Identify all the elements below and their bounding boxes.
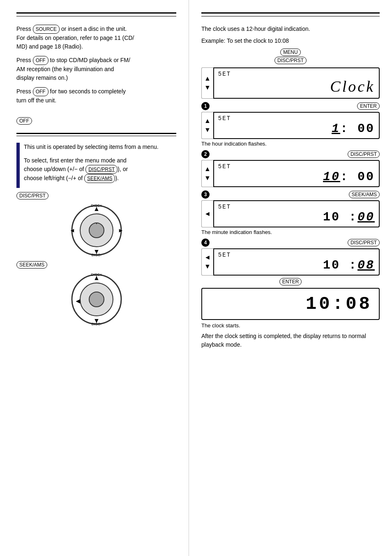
after-text: After the clock setting is completed, th… <box>201 332 380 349</box>
right-top-line-thin <box>201 16 380 16</box>
step2-row: 2 DISC/PRST <box>201 150 380 158</box>
step2-arrow-up: ▲ <box>204 165 211 173</box>
step4-circle: 4 <box>201 239 210 247</box>
step2-disc-prst-key: DISC/PRST <box>348 151 380 158</box>
clock-starts-note: The clock starts. <box>201 322 380 329</box>
source-key: SOURCE <box>33 25 60 34</box>
step3-circle: 3 <box>201 190 210 199</box>
arrow-down-icon: ▼ <box>204 84 211 91</box>
step3-set-label: 5ET <box>218 204 375 210</box>
step4-lcd-arrows: ◄ ▼ <box>201 248 213 276</box>
step4-arrow-left: ◄ <box>204 254 211 261</box>
disc-prst-label: DISC/PRST <box>16 192 48 199</box>
left-column: Press SOURCE or insert a disc in the uni… <box>0 0 189 556</box>
section-divider-thin <box>16 136 176 136</box>
step1-enter-key: ENTER <box>357 102 380 110</box>
seek-ams-knob-diagram: DISC+ DISC- ◄ ▲ ▼ <box>16 273 176 326</box>
right-column: The clock uses a 12-hour digital indicat… <box>189 0 392 556</box>
seek-ams-key-inline: SEEK/AMS <box>84 174 115 183</box>
svg-point-2 <box>89 223 104 238</box>
step1-lcd-arrows: ▲ ▼ <box>201 112 213 139</box>
seek-ams-knob-svg: DISC+ DISC- ◄ ▲ ▼ <box>70 273 123 326</box>
step1-arrow-up: ▲ <box>204 117 211 125</box>
step2-hour: 10 <box>323 170 340 184</box>
step3-lcd-arrows: ◄ <box>201 200 213 227</box>
intro-text-1: The clock uses a 12-hour digital indicat… <box>201 25 380 33</box>
step4-disc-prst-key: DISC/PRST <box>348 239 380 246</box>
step4-arrow-down: ▼ <box>204 263 211 270</box>
step3-minutes: 00 <box>357 210 375 224</box>
svg-text:▼: ▼ <box>93 317 100 324</box>
step2-lcd-arrows: ▲ ▼ <box>201 160 213 187</box>
menu-button: MENU <box>280 49 300 56</box>
svg-text:▲: ▲ <box>93 274 100 281</box>
disc-prst-button: DISC/PRST <box>274 57 307 64</box>
svg-text:►: ► <box>118 227 123 234</box>
disc-prst-knob-svg: ▲ ▼ ◄ ► DISC+ DISC- <box>70 204 123 257</box>
step4-minutes: 08 <box>357 258 375 272</box>
step1-display: ▲ ▼ 5ET 1: 00 <box>201 112 380 139</box>
step1-time: 1: 00 <box>218 122 375 136</box>
step2-circle: 2 <box>201 150 210 158</box>
step3-seek-ams-key: SEEK/AMS <box>349 191 380 198</box>
step1-hour: 1 <box>332 122 340 136</box>
off-key-2: OFF <box>33 87 48 96</box>
final-clock-display: 10:08 <box>201 288 380 320</box>
off-label-section: OFF <box>16 117 176 125</box>
step1-note: The hour indication flashes. <box>201 141 380 147</box>
step3-note: The minute indication flashes. <box>201 229 380 235</box>
seek-ams-label: SEEK/AMS <box>16 261 47 269</box>
step1-set-label: 5ET <box>218 115 375 122</box>
step2-lcd-body: 5ET 10: 00 <box>213 160 380 187</box>
final-time-value: 10:08 <box>209 294 372 314</box>
step3-lcd-body: 5ET 10 :00 <box>213 200 380 227</box>
svg-text:◄: ◄ <box>70 227 75 234</box>
step4-row: 4 DISC/PRST <box>201 239 380 247</box>
intro-text-2: Example: To set the clock to 10:08 <box>201 37 380 45</box>
step4-enter-row: ENTER <box>201 278 380 285</box>
menu-disc-button-group: MENU DISC/PRST <box>201 49 380 64</box>
para-off-stop: Press OFF to stop CD/MD playback or FM/ … <box>16 56 176 82</box>
clock-initial-display: ▲ ▼ 5ET Clock <box>201 67 380 99</box>
initial-lcd-arrows: ▲ ▼ <box>201 67 213 99</box>
disc-prst-key-inline: DISC/PRST <box>85 165 118 174</box>
step2-set-label: 5ET <box>218 163 375 170</box>
right-top-line-thick <box>201 12 380 14</box>
para-source: Press SOURCE or insert a disc in the uni… <box>16 25 176 51</box>
svg-text:◄: ◄ <box>74 297 82 305</box>
step3-row: 3 SEEK/AMS <box>201 190 380 199</box>
top-line-thick <box>16 12 176 14</box>
section-divider-thick <box>16 133 176 134</box>
step4-time: 10 :08 <box>218 258 375 272</box>
step1-circle: 1 <box>201 102 210 110</box>
para-off-turn: Press OFF for two seconds to completely … <box>16 87 176 105</box>
disc-prst-knob-diagram: ▲ ▼ ◄ ► DISC+ DISC- <box>16 204 176 257</box>
step1-lcd-body: 5ET 1: 00 <box>213 112 380 139</box>
step1-arrow-down: ▼ <box>204 126 211 134</box>
menu-desc-2: To select, first enter the menu mode and… <box>24 156 176 183</box>
menu-desc-1: This unit is operated by selecting items… <box>24 143 176 151</box>
step2-display: ▲ ▼ 5ET 10: 00 <box>201 160 380 187</box>
off-label-key: OFF <box>16 117 32 125</box>
arrow-up-icon: ▲ <box>204 75 211 82</box>
initial-lcd-body: 5ET Clock <box>213 67 380 99</box>
step4-set-label: 5ET <box>218 252 375 258</box>
off-key-1: OFF <box>33 56 48 65</box>
clock-title-display: Clock <box>218 77 375 95</box>
step4-lcd-body: 5ET 10 :08 <box>213 248 380 276</box>
step3-display: ◄ 5ET 10 :00 <box>201 200 380 227</box>
step4-display: ◄ ▼ 5ET 10 :08 <box>201 248 380 276</box>
step2-time: 10: 00 <box>218 170 375 184</box>
step3-time: 10 :00 <box>218 210 375 224</box>
top-line-thin <box>16 16 176 16</box>
step1-row: 1 ENTER <box>201 102 380 110</box>
blue-sidebar-bar <box>16 143 20 188</box>
initial-set-label: 5ET <box>218 71 375 77</box>
step2-arrow-down: ▼ <box>204 174 211 182</box>
svg-point-14 <box>89 292 104 307</box>
step3-arrow-left: ◄ <box>204 210 211 218</box>
step4-enter-key: ENTER <box>279 278 302 285</box>
